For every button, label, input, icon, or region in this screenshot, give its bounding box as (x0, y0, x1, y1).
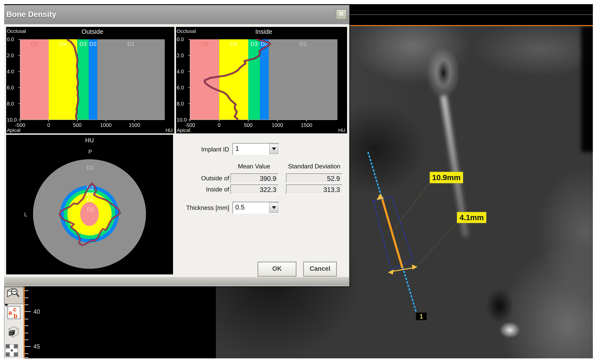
thickness-value: 0.5 (235, 204, 245, 211)
svg-text:P: P (88, 149, 92, 155)
inside-mean-field: 322.3 (230, 184, 279, 194)
svg-text:D4: D4 (59, 41, 66, 47)
mean-value-header: Mean Value (229, 163, 279, 170)
svg-text:4.1mm: 4.1mm (459, 213, 484, 222)
svg-text:D3: D3 (251, 41, 258, 47)
ok-button[interactable]: OK (258, 262, 296, 277)
dialog-titlebar[interactable]: Bone Density ✕ (4, 5, 349, 24)
svg-text:Apical: Apical (177, 127, 190, 133)
inside-sd-field: 313.3 (286, 184, 342, 194)
bone-density-dialog: Bone Density ✕ D5D4D3D2D10.02.04.06.08.0… (4, 5, 349, 286)
outside-row-label: Outside of (170, 175, 229, 182)
std-deviation-header: Standard Deviation (284, 163, 344, 170)
width-measure-label[interactable]: 4.1mm (457, 212, 486, 223)
outside-profile-chart: D5D4D3D2D10.02.04.06.08.010.0-5000500100… (6, 27, 174, 133)
svg-text:0.0: 0.0 (7, 37, 14, 42)
svg-text:D1: D1 (299, 41, 306, 47)
outside-mean-field: 390.9 (230, 173, 279, 183)
implant-number-tag[interactable]: 1 (416, 312, 427, 320)
svg-text:4.0: 4.0 (7, 69, 14, 75)
cross-section-polar-chart: D1D2D3D4D5HUPL (6, 135, 173, 274)
chevron-down-icon (272, 147, 276, 150)
svg-text:2.0: 2.0 (177, 53, 184, 58)
svg-text:D5: D5 (86, 206, 94, 212)
svg-text:-500: -500 (15, 122, 25, 128)
inside-row-label: Inside of (170, 186, 229, 193)
figure-margin (0, 0, 597, 4)
figure-margin (593, 0, 597, 364)
svg-text:1000: 1000 (272, 122, 283, 128)
svg-text:1500: 1500 (301, 122, 312, 128)
svg-text:0: 0 (218, 122, 220, 128)
implant-id-value: 1 (235, 145, 239, 152)
svg-text:Outside: Outside (82, 28, 103, 35)
length-measure-label[interactable]: 10.9mm (430, 172, 463, 183)
svg-text:D5: D5 (201, 41, 208, 47)
svg-text:D3: D3 (86, 191, 94, 197)
cbct-application-window: 10.9mm 4.1mm 1 a (4, 4, 593, 358)
svg-text:4.0: 4.0 (177, 69, 184, 75)
length-label-leader-line (393, 182, 430, 231)
ruler-axis-line (24, 283, 25, 358)
figure-margin (0, 0, 4, 364)
svg-text:1500: 1500 (129, 122, 140, 128)
svg-text:Occlusal: Occlusal (7, 28, 26, 34)
svg-text:Inside: Inside (255, 28, 272, 35)
svg-text:b: b (14, 312, 17, 319)
thickness-select[interactable]: 0.5 (233, 202, 279, 214)
svg-text:D5: D5 (31, 41, 38, 47)
svg-text:D4: D4 (86, 197, 94, 203)
dialog-title: Bone Density (6, 10, 56, 19)
annotation-text-icon[interactable]: a c b (7, 306, 21, 319)
svg-text:D1: D1 (86, 164, 94, 171)
width-arrowhead-right-icon (412, 265, 417, 270)
svg-text:8.0: 8.0 (7, 101, 14, 107)
svg-text:6.0: 6.0 (7, 85, 14, 91)
svg-text:D3: D3 (79, 41, 86, 47)
svg-text:HU: HU (338, 127, 346, 133)
length-measure-line[interactable] (382, 199, 402, 268)
layout-grid-icon[interactable] (5, 344, 18, 357)
svg-text:Occlusal: Occlusal (177, 28, 196, 34)
inside-profile-chart-box: D5D4D3D2D10.02.04.06.08.010.0-5000500100… (176, 27, 347, 133)
chevron-down-icon (272, 206, 276, 209)
svg-text:D4: D4 (230, 41, 237, 47)
svg-text:500: 500 (244, 122, 252, 128)
svg-text:10.9mm: 10.9mm (432, 173, 461, 182)
thickness-label: Thickness [mm] (163, 205, 229, 211)
svg-text:HU: HU (85, 137, 94, 144)
implant-id-label: Implant ID (170, 146, 229, 153)
svg-text:500: 500 (73, 122, 82, 128)
ruler-label-40: 40 (33, 308, 40, 315)
ruler-label-45: 45 (33, 343, 40, 350)
svg-text:-500: -500 (185, 122, 195, 128)
width-label-leader-line (416, 223, 457, 267)
zoom-region-icon[interactable] (6, 287, 21, 300)
implant-id-select[interactable]: 1 (233, 143, 279, 155)
svg-text:0: 0 (47, 122, 50, 128)
left-toolbar: a c b (4, 283, 24, 358)
cancel-button[interactable]: Cancel (303, 262, 337, 277)
svg-text:L: L (24, 211, 27, 218)
depth-ruler: 40 45 (25, 278, 68, 358)
svg-text:HU: HU (165, 127, 173, 133)
svg-text:2.0: 2.0 (7, 53, 14, 58)
implant-id-dropdown-button[interactable] (269, 144, 278, 154)
svg-text:6.0: 6.0 (177, 85, 184, 91)
clip-volume-icon[interactable] (6, 326, 20, 338)
thickness-dropdown-button[interactable] (269, 203, 278, 213)
svg-text:c: c (13, 306, 17, 313)
screenshot-root: 10.9mm 4.1mm 1 a (0, 0, 597, 364)
close-button[interactable]: ✕ (336, 9, 346, 19)
svg-text:0.0: 0.0 (177, 37, 184, 42)
svg-text:1000: 1000 (100, 122, 112, 128)
inside-profile-chart: D5D4D3D2D10.02.04.06.08.010.0-5000500100… (176, 27, 347, 133)
svg-text:Apical: Apical (7, 127, 20, 133)
svg-text:8.0: 8.0 (177, 101, 184, 107)
svg-text:D1: D1 (127, 41, 134, 47)
svg-text:a: a (9, 309, 12, 316)
outside-profile-chart-box: D5D4D3D2D10.02.04.06.08.010.0-5000500100… (6, 27, 174, 133)
svg-text:1: 1 (419, 313, 423, 320)
dialog-bottom-frame (4, 277, 349, 286)
figure-margin (0, 358, 597, 364)
